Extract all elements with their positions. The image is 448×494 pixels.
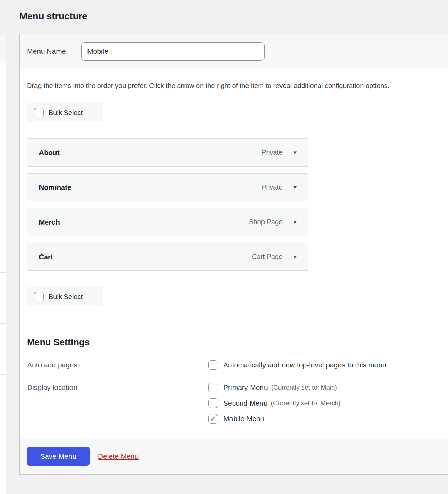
menu-item-type: Private <box>261 183 283 191</box>
primary-menu-label: Primary Menu <box>223 383 268 392</box>
menu-item-title: Cart <box>39 253 53 261</box>
divider <box>0 323 6 324</box>
adjacent-panel-header-fragment <box>0 35 6 63</box>
display-location-option-primary: ✓ Primary Menu (Currently set to: Main) <box>208 383 337 392</box>
divider <box>0 349 6 349</box>
primary-menu-note: (Currently set to: Main) <box>271 383 337 392</box>
save-menu-button[interactable]: Save Menu <box>27 447 90 466</box>
mobile-menu-label: Mobile Menu <box>223 414 264 424</box>
bulk-select-button-top[interactable]: ✓ Bulk Select <box>27 103 103 122</box>
adjacent-panel-fragment <box>0 35 6 494</box>
menu-settings-heading: Menu Settings <box>27 337 90 348</box>
expand-arrow-icon[interactable]: ▼ <box>292 150 298 155</box>
expand-arrow-icon[interactable]: ▼ <box>292 185 298 190</box>
divider <box>0 427 6 427</box>
drag-instructions: Drag the items into the order you prefer… <box>27 82 448 90</box>
menu-structure-card: Menu Name Drag the items into the order … <box>19 34 448 475</box>
menu-name-header: Menu Name <box>20 34 448 68</box>
menu-item-row-about[interactable]: About Private ▼ <box>27 138 308 167</box>
check-icon: ✓ <box>210 415 216 422</box>
menu-item-type: Cart Page <box>252 253 283 261</box>
display-location-label: Display location <box>27 383 77 392</box>
delete-menu-link[interactable]: Delete Menu <box>98 452 139 460</box>
bulk-select-label: Bulk Select <box>49 109 83 117</box>
divider <box>0 480 6 480</box>
menu-item-title: About <box>39 149 60 157</box>
expand-arrow-icon[interactable]: ▼ <box>292 219 298 225</box>
bulk-select-checkbox[interactable]: ✓ <box>34 292 44 301</box>
bulk-select-button-bottom[interactable]: ✓ Bulk Select <box>27 287 103 306</box>
menu-item-row-nominate[interactable]: Nominate Private ▼ <box>27 173 308 201</box>
bulk-select-checkbox[interactable]: ✓ <box>34 108 44 117</box>
bulk-select-label: Bulk Select <box>49 293 83 301</box>
divider <box>0 401 6 401</box>
mobile-menu-checkbox[interactable]: ✓ <box>208 414 218 424</box>
divider <box>0 453 6 453</box>
auto-add-pages-label: Auto add pages <box>27 360 77 370</box>
second-menu-note: (Currently set to: Merch) <box>271 398 341 408</box>
display-location-option-mobile: ✓ Mobile Menu <box>208 414 264 424</box>
menu-item-type: Private <box>261 149 283 157</box>
menu-item-row-merch[interactable]: Merch Shop Page ▼ <box>27 208 308 236</box>
menu-name-input[interactable] <box>81 42 265 61</box>
divider <box>0 298 6 298</box>
expand-arrow-icon[interactable]: ▼ <box>292 254 298 259</box>
auto-add-pages-row: ✓ Automatically add new top-level pages … <box>208 360 386 370</box>
card-footer: Save Menu Delete Menu <box>20 438 448 474</box>
menu-item-title: Nominate <box>39 183 71 192</box>
second-menu-checkbox[interactable]: ✓ <box>208 398 218 408</box>
menu-item-type: Shop Page <box>249 218 283 226</box>
second-menu-label: Second Menu <box>223 398 268 408</box>
divider <box>27 325 448 325</box>
divider <box>0 374 6 375</box>
display-location-option-second: ✓ Second Menu (Currently set to: Merch) <box>208 398 340 408</box>
auto-add-checkbox[interactable]: ✓ <box>208 360 218 370</box>
menu-name-label: Menu Name <box>27 47 81 55</box>
page-title: Menu structure <box>19 11 87 22</box>
primary-menu-checkbox[interactable]: ✓ <box>208 383 218 392</box>
divider <box>0 272 6 273</box>
menu-item-row-cart[interactable]: Cart Cart Page ▼ <box>27 243 308 271</box>
menu-item-title: Merch <box>39 218 60 226</box>
auto-add-checkbox-label: Automatically add new top-level pages to… <box>223 360 386 370</box>
